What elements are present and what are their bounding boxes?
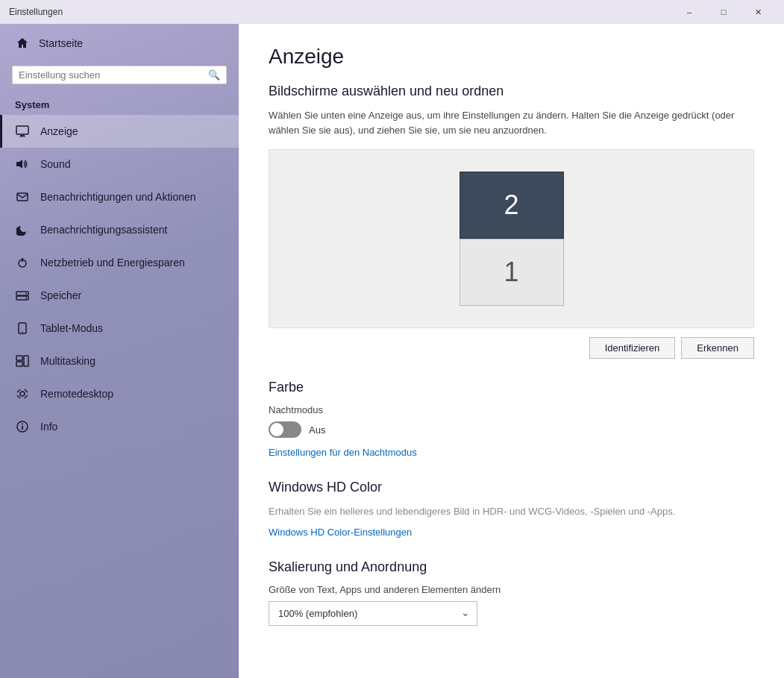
sidebar-item-remotedesktop[interactable]: Remotedesktop	[0, 377, 239, 410]
detect-button[interactable]: Erkennen	[681, 337, 754, 359]
storage-icon	[15, 288, 30, 303]
sidebar-item-label-benachrichtigungen: Benachrichtigungen und Aktionen	[40, 191, 196, 203]
hd-color-description: Erhalten Sie ein helleres und lebendiger…	[269, 504, 754, 519]
toggle-knob	[270, 423, 283, 436]
sidebar-section-label: System	[0, 93, 239, 115]
search-box[interactable]: 🔍	[12, 66, 227, 84]
minimize-button[interactable]: –	[672, 0, 706, 24]
monitor-icon	[15, 124, 30, 139]
svg-point-20	[20, 392, 25, 396]
svg-rect-14	[16, 362, 22, 366]
sidebar-item-label-remotedesktop: Remotedesktop	[40, 388, 113, 400]
nachtmodus-toggle[interactable]	[269, 421, 301, 438]
nachtmodus-toggle-row: Aus	[269, 421, 754, 438]
nachtmodus-settings-link[interactable]: Einstellungen für den Nachtmodus	[269, 447, 417, 458]
svg-rect-15	[24, 356, 28, 366]
sidebar-home-button[interactable]: Startseite	[0, 24, 239, 63]
home-icon	[15, 36, 30, 51]
svg-line-17	[25, 389, 28, 392]
svg-point-12	[22, 331, 23, 333]
skalierung-section: Skalierung und Anordnung Größe von Text,…	[269, 559, 754, 626]
farbe-heading: Farbe	[269, 380, 754, 395]
size-select-wrapper[interactable]: 100% (empfohlen) 125% 150% 175%	[269, 601, 477, 626]
monitor-stack: 2 1	[460, 172, 564, 306]
sidebar-item-multitasking[interactable]: Multitasking	[0, 345, 239, 377]
sidebar-item-energie[interactable]: Netzbetrieb und Energiesparen	[0, 246, 239, 279]
sidebar-item-assistent[interactable]: Benachrichtigungsassistent	[0, 213, 239, 246]
nachtmodus-label: Nachtmodus	[269, 404, 754, 415]
window-controls: – □ ✕	[672, 0, 775, 24]
svg-rect-4	[17, 193, 28, 201]
svg-rect-13	[16, 356, 22, 360]
maximize-button[interactable]: □	[706, 0, 741, 24]
page-title: Anzeige	[269, 45, 754, 69]
sidebar-item-label-assistent: Benachrichtigungsassistent	[40, 224, 167, 236]
svg-line-18	[17, 395, 20, 398]
moon-icon	[15, 222, 30, 237]
multitask-icon	[15, 354, 30, 368]
monitor-1[interactable]: 1	[460, 239, 564, 306]
sidebar-item-label-speicher: Speicher	[40, 289, 81, 301]
sidebar-item-speicher[interactable]: Speicher	[0, 279, 239, 312]
sidebar-item-label-multitasking: Multitasking	[40, 355, 95, 367]
svg-line-19	[25, 395, 28, 398]
hd-color-heading: Windows HD Color	[269, 480, 754, 495]
sidebar-item-anzeige[interactable]: Anzeige	[0, 115, 239, 148]
svg-point-9	[25, 293, 27, 295]
remote-icon	[15, 386, 30, 401]
svg-point-10	[25, 298, 27, 299]
monitor-buttons: Identifizieren Erkennen	[269, 337, 754, 359]
sidebar-item-tablet[interactable]: Tablet-Modus	[0, 312, 239, 345]
skalierung-heading: Skalierung und Anordnung	[269, 559, 754, 575]
notification-icon	[15, 189, 30, 204]
svg-rect-2	[19, 136, 25, 137]
sidebar-item-benachrichtigungen[interactable]: Benachrichtigungen und Aktionen	[0, 181, 239, 213]
titlebar: Einstellungen – □ ✕	[0, 0, 784, 24]
monitors-description: Wählen Sie unten eine Anzeige aus, um ih…	[269, 108, 754, 137]
hd-color-section: Windows HD Color Erhalten Sie ein heller…	[269, 480, 754, 539]
sound-icon	[15, 157, 30, 172]
identify-button[interactable]: Identifizieren	[589, 337, 676, 359]
tablet-icon	[15, 321, 30, 336]
svg-point-23	[22, 424, 23, 425]
monitor-2[interactable]: 2	[460, 172, 564, 239]
farbe-section: Farbe Nachtmodus Aus Einstellungen für d…	[269, 380, 754, 459]
sidebar-item-label-info: Info	[40, 421, 57, 433]
sidebar-item-label-anzeige: Anzeige	[40, 125, 78, 137]
content-area: Anzeige Bildschirme auswählen und neu or…	[239, 24, 784, 678]
app-body: Startseite 🔍 System Anzeige	[0, 24, 784, 678]
close-button[interactable]: ✕	[741, 0, 775, 24]
sidebar-item-info[interactable]: Info	[0, 410, 239, 443]
svg-rect-0	[16, 126, 28, 134]
svg-line-16	[17, 389, 20, 392]
svg-rect-1	[20, 135, 25, 136]
hd-color-link[interactable]: Windows HD Color-Einstellungen	[269, 527, 412, 538]
sidebar-item-label-tablet: Tablet-Modus	[40, 322, 103, 334]
sidebar-item-sound[interactable]: Sound	[0, 148, 239, 181]
info-icon	[15, 419, 30, 434]
sidebar: Startseite 🔍 System Anzeige	[0, 24, 239, 678]
nachtmodus-toggle-state: Aus	[309, 424, 325, 436]
sidebar-item-label-sound: Sound	[40, 158, 70, 170]
monitor-preview-area: 2 1	[269, 149, 754, 328]
size-select[interactable]: 100% (empfohlen) 125% 150% 175%	[269, 601, 477, 626]
monitors-heading: Bildschirme auswählen und neu ordnen	[269, 84, 754, 99]
search-input[interactable]	[19, 69, 208, 81]
search-icon: 🔍	[208, 69, 220, 81]
size-label: Größe von Text, Apps und anderen Element…	[269, 584, 754, 595]
svg-marker-3	[16, 160, 22, 169]
power-icon	[15, 255, 30, 270]
home-label: Startseite	[39, 37, 83, 49]
sidebar-item-label-energie: Netzbetrieb und Energiesparen	[40, 257, 185, 269]
app-title: Einstellungen	[9, 7, 63, 17]
